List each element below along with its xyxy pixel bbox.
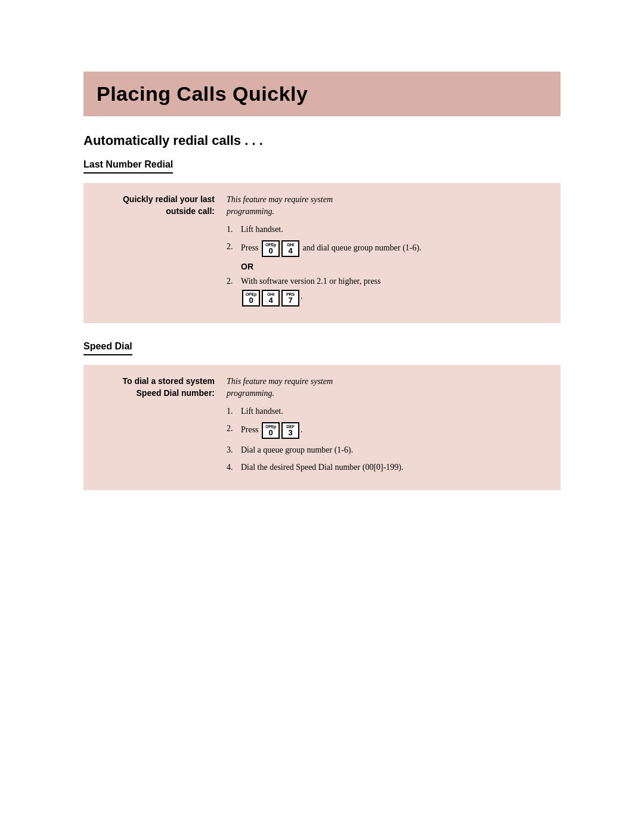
page: Placing Calls Quickly Automatically redi… xyxy=(0,0,644,833)
step-2b-redial: 2. With software version 2.1 or higher, … xyxy=(227,275,549,306)
steps-list-redial-alt: 2. With software version 2.1 or higher, … xyxy=(227,275,549,306)
subsection2-heading: Speed Dial xyxy=(83,341,132,355)
subsection-last-number-redial: Last Number Redial Quickly redial your l… xyxy=(83,159,561,323)
subsection1-heading: Last Number Redial xyxy=(83,159,173,174)
section-heading: Automatically redial calls . . . xyxy=(83,133,561,148)
card-left-speed-dial: To dial a stored system Speed Dial numbe… xyxy=(95,376,227,478)
step-4-sd: 4. Dial the desired Speed Dial number (0… xyxy=(227,461,549,473)
key-oper-0c: OPEp 0 xyxy=(262,422,280,439)
steps-list-speed-dial: 1. Lift handset. 2. Press OPEp 0 xyxy=(227,405,549,473)
page-title: Placing Calls Quickly xyxy=(97,82,547,106)
step-1-redial: 1. Lift handset. xyxy=(227,223,549,236)
key-group-03: OPEp 0 DEF 3 xyxy=(262,422,299,439)
key-ghi-4: GHI 4 xyxy=(281,240,299,257)
subsection-speed-dial: Speed Dial To dial a stored system Speed… xyxy=(83,341,561,490)
key-prs-7: PRS 7 xyxy=(281,290,299,306)
key-oper-0b: OPEp 0 xyxy=(242,290,260,306)
steps-list-redial: 1. Lift handset. 2. Press OPEp 0 xyxy=(227,223,549,257)
key-ghi-4b: GHI 4 xyxy=(262,290,280,306)
content-card-redial: Quickly redial your last outside call: T… xyxy=(83,183,561,323)
feature-note-speed-dial: This feature may require system programm… xyxy=(227,376,549,399)
key-oper-0: OPEp 0 xyxy=(262,240,280,257)
key-group-04: OPEp 0 GHI 4 xyxy=(262,240,299,257)
step-2-sd: 2. Press OPEp 0 DEF 3 xyxy=(227,422,549,439)
or-divider: OR xyxy=(241,262,549,271)
card-label-speed-dial: To dial a stored system Speed Dial numbe… xyxy=(95,376,215,399)
content-card-speed-dial: To dial a stored system Speed Dial numbe… xyxy=(83,365,561,490)
feature-note-redial: This feature may require system programm… xyxy=(227,194,549,217)
card-label-redial: Quickly redial your last outside call: xyxy=(95,194,215,217)
key-def-3: DEF 3 xyxy=(281,422,299,439)
step-3-sd: 3. Dial a queue group number (1-6). xyxy=(227,444,549,456)
card-right-speed-dial: This feature may require system programm… xyxy=(227,376,549,478)
title-banner: Placing Calls Quickly xyxy=(83,72,561,116)
step-1-sd: 1. Lift handset. xyxy=(227,405,549,417)
card-left-redial: Quickly redial your last outside call: xyxy=(95,194,227,311)
step-2-redial: 2. Press OPEp 0 GHI 4 xyxy=(227,240,549,257)
key-group-047: OPEp 0 GHI 4 PRS 7 xyxy=(242,290,299,306)
card-right-redial: This feature may require system programm… xyxy=(227,194,549,311)
